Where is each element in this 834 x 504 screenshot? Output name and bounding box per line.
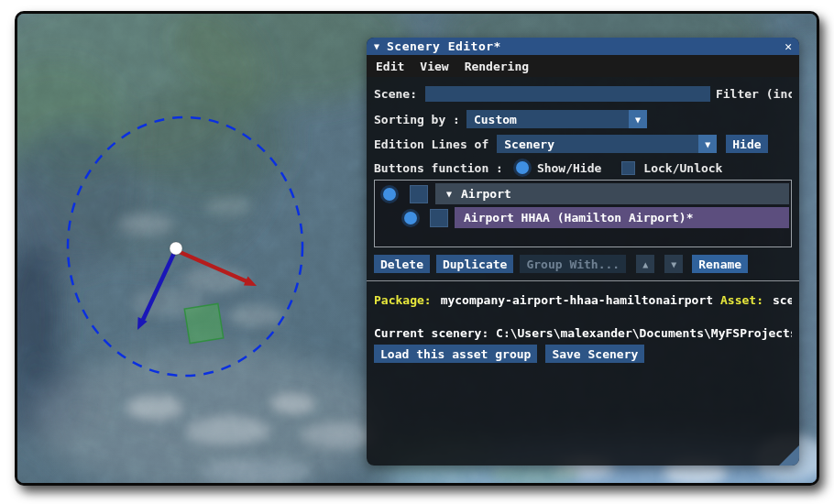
move-down-icon: ▼ [664, 255, 683, 273]
delete-button[interactable]: Delete [374, 255, 430, 273]
scene-label: Scene: [374, 87, 417, 101]
tree-group-row[interactable]: ▼ Airport [377, 183, 789, 204]
buttons-function-row: Buttons function : Show/Hide Lock/Unlock [374, 159, 792, 176]
package-label: Package: [374, 293, 432, 307]
scene-row: Scene: Filter (inc,-e [374, 86, 792, 102]
scenery-tree: ▼ Airport Airport HHAA (Hamilton Airport… [374, 180, 792, 247]
menu-item-view[interactable]: View [420, 60, 448, 73]
edition-lines-row: Edition Lines of Scenery ▼ Hide [374, 135, 792, 153]
load-asset-group-button[interactable]: Load this asset group [374, 345, 537, 363]
chevron-down-icon[interactable]: ▼ [629, 110, 647, 128]
sorting-label: Sorting by : [374, 113, 460, 126]
group-checkbox[interactable] [410, 185, 428, 203]
edition-lines-label: Edition Lines of [374, 137, 488, 151]
show-hide-radio[interactable] [516, 161, 529, 174]
item-checkbox[interactable] [430, 209, 448, 227]
airport-origin-point[interactable] [170, 242, 182, 255]
asset-value: scenery [773, 293, 792, 307]
show-hide-label: Show/Hide [537, 161, 601, 175]
menu-item-edit[interactable]: Edit [376, 60, 404, 73]
sorting-dropdown[interactable]: Custom ▼ [466, 110, 647, 128]
sorting-value: Custom [466, 113, 629, 126]
lock-unlock-checkbox[interactable] [621, 161, 635, 175]
visibility-radio[interactable] [404, 212, 417, 225]
edition-lines-dropdown[interactable]: Scenery ▼ [497, 135, 717, 153]
tree-item-label: Airport HHAA (Hamilton Airport)* [464, 211, 693, 225]
group-with-button: Group With... [520, 255, 626, 273]
asset-label: Asset: [720, 293, 763, 307]
move-up-icon: ▲ [636, 255, 654, 273]
filter-label: Filter (inc,-e [716, 87, 792, 101]
sorting-row: Sorting by : Custom ▼ [374, 110, 792, 128]
package-row: Package: mycompany-airport-hhaa-hamilton… [374, 292, 792, 307]
buttons-function-label: Buttons function : [374, 161, 503, 175]
resize-grip[interactable] [779, 445, 799, 466]
polygon-area[interactable] [184, 303, 223, 343]
menu-item-rendering[interactable]: Rendering [465, 60, 529, 73]
window-title: Scenery Editor* [387, 39, 777, 53]
visibility-radio[interactable] [383, 188, 396, 201]
tree-group-label: Airport [461, 187, 511, 201]
rename-button[interactable]: Rename [692, 255, 748, 273]
tree-item-row[interactable]: Airport HHAA (Hamilton Airport)* [377, 207, 789, 228]
window-titlebar[interactable]: ▼ Scenery Editor* ✕ [367, 38, 799, 55]
scenery-editor-window: ▼ Scenery Editor* ✕ Edit View Rendering … [367, 38, 799, 466]
expand-triangle-icon[interactable]: ▼ [446, 189, 452, 199]
save-scenery-button[interactable]: Save Scenery [545, 345, 644, 363]
hide-button[interactable]: Hide [726, 135, 767, 153]
lock-unlock-label: Lock/Unlock [643, 161, 722, 175]
tree-item-selected[interactable]: Airport HHAA (Hamilton Airport)* [455, 207, 789, 228]
chevron-down-icon[interactable]: ▼ [698, 135, 717, 153]
duplicate-button[interactable]: Duplicate [436, 255, 513, 273]
tree-actions-row: Delete Duplicate Group With... ▲ ▼ Renam… [374, 255, 792, 273]
current-scenery-path: Current scenery: C:\Users\malexander\Doc… [374, 325, 792, 340]
collapse-icon[interactable]: ▼ [374, 42, 379, 51]
footer-buttons-row: Load this asset group Save Scenery [374, 345, 792, 363]
map-viewport[interactable]: ▼ Scenery Editor* ✕ Edit View Rendering … [15, 11, 819, 486]
tree-group-bar[interactable]: ▼ Airport [435, 183, 789, 204]
scene-input[interactable] [425, 86, 710, 102]
divider [367, 280, 799, 281]
edition-lines-value: Scenery [497, 137, 698, 151]
menu-bar: Edit View Rendering [367, 55, 799, 77]
close-icon[interactable]: ✕ [785, 39, 792, 53]
package-value: mycompany-airport-hhaa-hamiltonairport [441, 293, 713, 307]
